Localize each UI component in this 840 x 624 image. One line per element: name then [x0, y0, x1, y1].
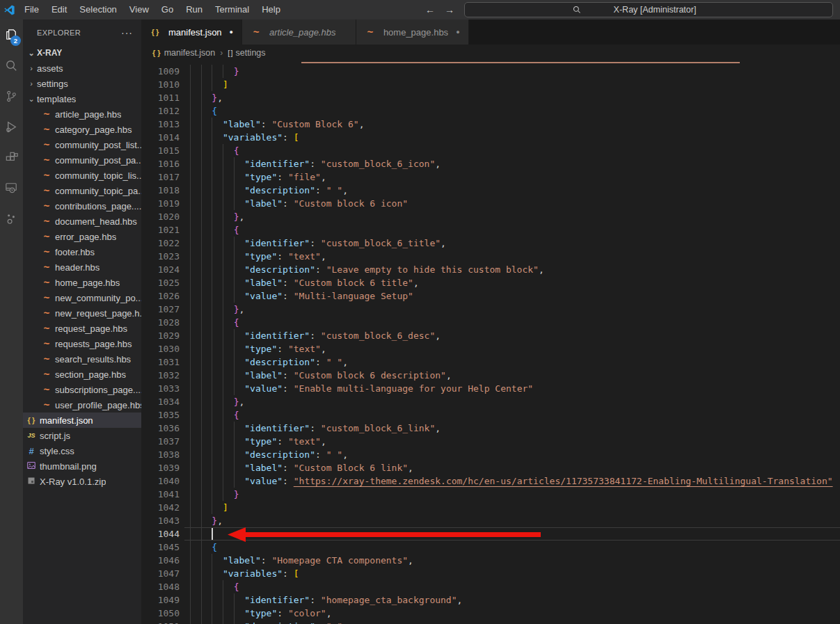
nav-back-button[interactable]: ← [425, 4, 435, 15]
code-line[interactable]: 1024 "description": "Leave empty to hide… [141, 263, 840, 276]
code-line[interactable]: 1044 [141, 527, 840, 541]
nav-forward-button[interactable]: → [445, 4, 454, 15]
tree-root-xray[interactable]: ⌄ X-RAY [23, 45, 141, 61]
menu-terminal[interactable]: Terminal [209, 0, 255, 19]
tree-item-settings[interactable]: ›settings [23, 76, 141, 91]
tree-item-style-css[interactable]: #style.css [23, 443, 141, 458]
code-line[interactable]: 1018 "description": " ", [141, 184, 840, 197]
code-line[interactable]: 1045 { [141, 541, 840, 554]
code-line[interactable]: 1036 "identifier": "custom_block_6_link"… [141, 422, 840, 435]
tree-item-community-topic-lis-[interactable]: ~community_topic_lis... [23, 168, 141, 183]
tree-item-contributions-page-[interactable]: ~contributions_page.... [23, 198, 141, 214]
code-line[interactable]: 1017 "type": "file", [141, 170, 840, 184]
code-line[interactable]: 1014 "variables": [ [141, 131, 840, 144]
tree-item-x-ray-v1-0-1-zip[interactable]: X-Ray v1.0.1.zip [23, 474, 141, 489]
code-line[interactable]: 1021 { [141, 223, 840, 237]
code-line[interactable]: 1023 "type": "text", [141, 250, 840, 263]
tab-manifest-json[interactable]: { }manifest.json● [141, 19, 242, 45]
tree-item-new-request-page-h-[interactable]: ~new_request_page.h... [23, 305, 141, 321]
activity-search-button[interactable] [0, 50, 23, 81]
code-line[interactable]: 1025 "label": "Custom block 6 title", [141, 276, 840, 289]
code-line[interactable]: 1031 "description": " ", [141, 355, 840, 369]
modified-dot[interactable]: ● [456, 29, 459, 35]
code-line[interactable]: 1009 } [141, 65, 840, 78]
tree-item-assets[interactable]: ›assets [23, 61, 141, 76]
search-input[interactable] [585, 5, 724, 15]
tree-item-section-page-hbs[interactable]: ~section_page.hbs [23, 367, 141, 382]
tree-item-community-post-pa-[interactable]: ~community_post_pa... [23, 152, 141, 168]
tree-item-home-page-hbs[interactable]: ~home_page.hbs [23, 275, 141, 290]
tree-item-templates[interactable]: ⌄templates [23, 91, 141, 106]
tree-item-footer-hbs[interactable]: ~footer.hbs [23, 244, 141, 259]
code-line[interactable]: 1034 }, [141, 395, 840, 408]
tree-item-new-community-po-[interactable]: ~new_community_po... [23, 290, 141, 305]
code-line[interactable]: 1030 "type": "text", [141, 342, 840, 355]
tree-item-search-results-hbs[interactable]: ~search_results.hbs [23, 351, 141, 367]
code-line[interactable]: 1039 "label": "Custom Block 6 link", [141, 461, 840, 474]
code-line[interactable]: 1032 "label": "Custom block 6 descriptio… [141, 369, 840, 382]
code-line[interactable]: 1015 { [141, 144, 840, 157]
code-line[interactable]: 1048 { [141, 580, 840, 593]
activity-source-control-button[interactable] [0, 81, 23, 111]
menu-run[interactable]: Run [180, 0, 209, 19]
code-line[interactable]: 1013 "label": "Custom Block 6", [141, 118, 840, 131]
code-line[interactable]: 1043 }, [141, 514, 840, 527]
code-line[interactable]: 1038 "description": " ", [141, 448, 840, 461]
menu-go[interactable]: Go [155, 0, 180, 19]
code-line[interactable]: 1035 { [141, 408, 840, 422]
tree-item-header-hbs[interactable]: ~header.hbs [23, 259, 141, 275]
code-editor[interactable]: 1009 }1010 ]1011 },1012 {1013 "label": "… [141, 61, 840, 624]
code-line[interactable]: 1016 "identifier": "custom_block_6_icon"… [141, 157, 840, 170]
menu-view[interactable]: View [123, 0, 155, 19]
code-line[interactable]: 1051 "description": " ", [141, 620, 840, 624]
code-line[interactable]: 1037 "type": "text", [141, 435, 840, 448]
activity-extensions-button[interactable] [0, 142, 23, 173]
explorer-more-actions-button[interactable]: ··· [121, 27, 133, 38]
tree-item-script-js[interactable]: JSscript.js [23, 428, 141, 443]
code-line[interactable]: 1022 "identifier": "custom_block_6_title… [141, 237, 840, 250]
code-line[interactable]: 1020 }, [141, 210, 840, 223]
tab-home-page-hbs[interactable]: ~home_page.hbs● [356, 19, 469, 45]
menu-help[interactable]: Help [255, 0, 287, 19]
code-line[interactable]: 1040 "value": "https://xray-theme.zendes… [141, 474, 840, 488]
tree-item-article-page-hbs[interactable]: ~article_page.hbs [23, 106, 141, 122]
modified-dot[interactable]: ● [230, 29, 233, 35]
tree-item-request-page-hbs[interactable]: ~request_page.hbs [23, 321, 141, 336]
tree-item-requests-page-hbs[interactable]: ~requests_page.hbs [23, 336, 141, 351]
tree-item-user-profile-page-hbs[interactable]: ~user_profile_page.hbs [23, 397, 141, 413]
tree-item-document-head-hbs[interactable]: ~document_head.hbs [23, 214, 141, 229]
code-line[interactable]: 1026 "value": "Multi-language Setup" [141, 289, 840, 303]
activity-run-and-debug-button[interactable] [0, 111, 23, 142]
code-line[interactable]: 1046 "label": "Homepage CTA components", [141, 554, 840, 567]
tree-item-category-page-hbs[interactable]: ~category_page.hbs [23, 122, 141, 137]
code-line[interactable]: 1029 "identifier": "custom_block_6_desc"… [141, 329, 840, 342]
breadcrumb-file[interactable]: manifest.json [164, 48, 216, 58]
activity-remote-explorer-button[interactable] [0, 173, 23, 203]
code-line[interactable]: 1042 ] [141, 501, 840, 514]
code-line[interactable]: 1028 { [141, 316, 840, 329]
code-line[interactable]: 1041 } [141, 488, 840, 501]
tree-item-community-post-list-[interactable]: ~community_post_list... [23, 137, 141, 152]
menu-edit[interactable]: Edit [45, 0, 73, 19]
code-line[interactable]: 1050 "type": "color", [141, 607, 840, 620]
code-line[interactable]: 1033 "value": "Enable multi-language for… [141, 382, 840, 395]
breadcrumb-node[interactable]: settings [235, 48, 265, 58]
command-center-search[interactable] [464, 2, 833, 17]
tree-item-manifest-json[interactable]: { }manifest.json [23, 413, 141, 428]
code-line[interactable]: 1047 "variables": [ [141, 567, 840, 580]
menu-file[interactable]: File [18, 0, 45, 19]
activity-extension-dots-button[interactable] [0, 203, 23, 234]
activity-explorer-button[interactable]: 2 [0, 19, 23, 50]
tree-item-error-page-hbs[interactable]: ~error_page.hbs [23, 229, 141, 244]
code-line[interactable]: 1027 }, [141, 303, 840, 316]
code-line[interactable]: 1019 "label": "Custom block 6 icon" [141, 197, 840, 210]
code-line[interactable]: 1049 "identifier": "homepage_cta_backgro… [141, 593, 840, 607]
tree-item-community-topic-pa-[interactable]: ~community_topic_pa... [23, 183, 141, 198]
code-line[interactable]: 1012 { [141, 104, 840, 118]
menu-selection[interactable]: Selection [73, 0, 122, 19]
tab-article-page-hbs[interactable]: ~article_page.hbs● [242, 19, 356, 45]
code-line[interactable]: 1011 }, [141, 91, 840, 104]
tree-item-thumbnail-png[interactable]: thumbnail.png [23, 458, 141, 474]
code-line[interactable]: 1010 ] [141, 78, 840, 91]
tree-item-subscriptions-page-[interactable]: ~subscriptions_page.... [23, 382, 141, 397]
